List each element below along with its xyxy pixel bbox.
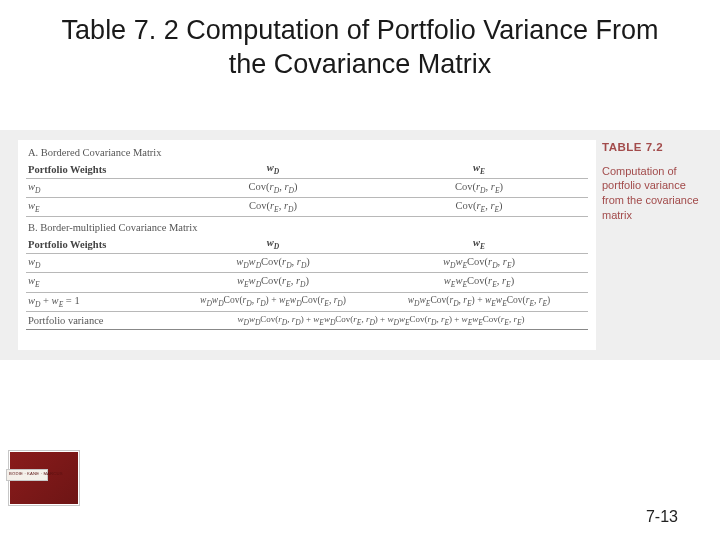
row-label-we: wE	[26, 200, 174, 214]
page-number: 7-13	[646, 508, 678, 526]
cell: Cov(rE, rD)	[174, 200, 372, 214]
cell: wDwDCov(rD, rD)	[174, 256, 372, 270]
slide-title: Table 7. 2 Computation of Portfolio Vari…	[0, 0, 720, 90]
table-row: wE wEwDCov(rE, rD) wEwECov(rE, rE)	[26, 273, 588, 292]
figure-sidebar: TABLE 7.2 Computation of portfolio varia…	[602, 140, 710, 223]
col-header-wd: wD	[174, 162, 372, 176]
col-header-weights: Portfolio Weights	[26, 164, 174, 175]
row-label-wd: wD	[26, 181, 174, 195]
cell: wDwDCov(rD, rD) + wEwDCov(rE, rD)	[174, 295, 372, 308]
section-a-heading: A. Bordered Covariance Matrix	[26, 142, 588, 160]
table-row: wE Cov(rE, rD) Cov(rE, rE)	[26, 198, 588, 217]
table-row: wD + wE = 1 wDwDCov(rD, rD) + wEwDCov(rE…	[26, 293, 588, 312]
cell: Cov(rE, rE)	[372, 200, 586, 214]
cell-full: wDwDCov(rD, rD) + wEwDCov(rE, rD) + wDwE…	[174, 314, 588, 327]
table-row: Portfolio variance wDwDCov(rD, rD) + wEw…	[26, 312, 588, 330]
cell: wDwECov(rD, rE) + wEwECov(rE, rE)	[372, 295, 586, 308]
sidebar-caption: Computation of portfolio variance from t…	[602, 164, 710, 223]
cell: wEwDCov(rE, rD)	[174, 275, 372, 289]
section-b-header-row: Portfolio Weights wD wE	[26, 235, 588, 254]
cell: wDwECov(rD, rE)	[372, 256, 586, 270]
col-header-weights: Portfolio Weights	[26, 239, 174, 250]
table-row: wD wDwDCov(rD, rD) wDwECov(rD, rE)	[26, 254, 588, 273]
row-label-wd: wD	[26, 256, 174, 270]
row-label-variance: Portfolio variance	[26, 315, 174, 326]
sidebar-table-label: TABLE 7.2	[602, 140, 710, 156]
row-label-sum: wD + wE = 1	[26, 295, 174, 309]
table-figure: TABLE 7.2 Computation of portfolio varia…	[0, 130, 720, 360]
publisher-logo: BODIE · KANE · MARCUS	[8, 450, 80, 506]
col-header-wd: wD	[174, 237, 372, 251]
section-b-heading: B. Border-multiplied Covariance Matrix	[26, 217, 588, 235]
row-label-we: wE	[26, 275, 174, 289]
logo-authors: BODIE · KANE · MARCUS	[7, 471, 63, 476]
section-a-header-row: Portfolio Weights wD wE	[26, 160, 588, 179]
table-row: wD Cov(rD, rD) Cov(rD, rE)	[26, 179, 588, 198]
cell: Cov(rD, rE)	[372, 181, 586, 195]
col-header-we: wE	[372, 162, 586, 176]
covariance-table: A. Bordered Covariance Matrix Portfolio …	[26, 142, 588, 330]
cell: wEwECov(rE, rE)	[372, 275, 586, 289]
col-header-we: wE	[372, 237, 586, 251]
cell: Cov(rD, rD)	[174, 181, 372, 195]
